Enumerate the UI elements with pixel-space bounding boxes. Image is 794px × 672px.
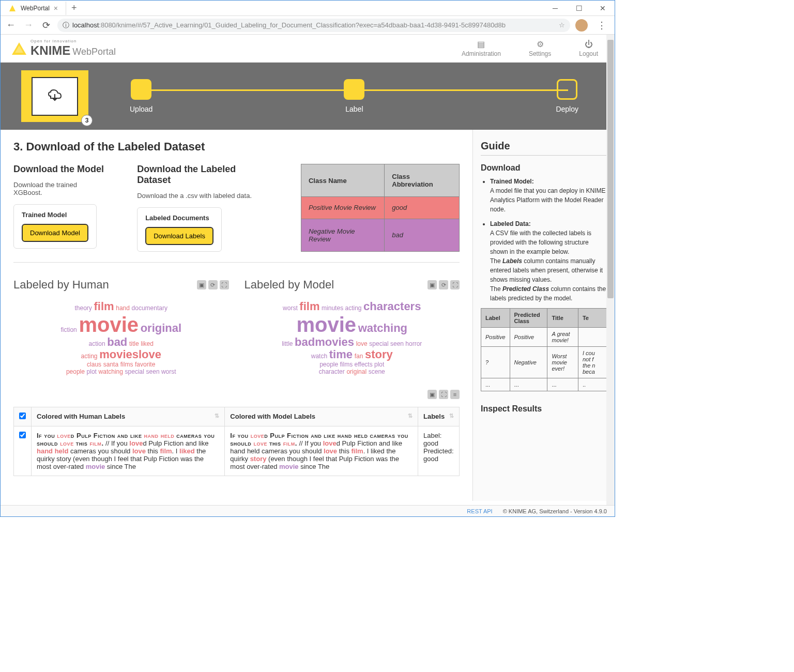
browser-menu-icon[interactable]: ⋮ [593, 20, 610, 31]
model-card-title: Trained Model [22, 211, 88, 219]
download-dataset-desc: Download the a .csv with labeled data. [137, 192, 270, 200]
logout-link[interactable]: ⏻ Logout [573, 40, 604, 57]
col-human-header[interactable]: Colored with Human Labels⇅ [32, 407, 225, 426]
cell-model-text: If you loved Pulp Fiction and like hand … [225, 426, 418, 476]
table-row: PositivePositiveA great movie! [481, 328, 607, 347]
administration-link[interactable]: ▤ Administration [455, 39, 507, 57]
logo-tagline: Open for Innovation [30, 39, 116, 43]
admin-icon: ▤ [477, 39, 485, 49]
download-cloud-icon [44, 86, 65, 106]
guide-example-table: Label Predicted Class Title Te PositiveP… [481, 308, 607, 391]
table-row: ?NegativeWorst movie ever!I cou not f th… [481, 347, 607, 378]
collapse-icon[interactable]: ▣ [197, 280, 206, 289]
scroll-thumb[interactable] [607, 40, 614, 298]
back-button[interactable]: ← [5, 19, 17, 32]
expand-icon[interactable]: ⛶ [439, 390, 448, 399]
table-row: Positive Movie Review good [301, 197, 459, 219]
wordcloud-model[interactable]: worst film minutes acting characters mov… [245, 292, 460, 385]
menu-icon[interactable]: ≡ [450, 390, 460, 399]
svg-marker-0 [9, 5, 16, 11]
guide-download-heading: Download [481, 163, 607, 173]
wordcloud-model-title: Labeled by Model [245, 278, 334, 292]
step-deploy[interactable]: Deploy [556, 79, 578, 113]
download-model-desc: Download the trained XGBoost. [13, 181, 106, 196]
gear-icon: ⚙ [537, 39, 544, 49]
footer: REST API © KNIME AG, Switzerland - Versi… [1, 505, 615, 516]
app-header: Open for Innovation KNIME WebPortal ▤ Ad… [1, 35, 615, 63]
guide-title: Guide [481, 140, 607, 156]
address-bar[interactable]: ⓘ localhost:8080/knime/#/57_Active_Learn… [57, 19, 570, 32]
section-title: 3. Download of the Labeled Dataset [13, 140, 460, 154]
url-path: /knime/#/57_Active_Learning/01_Guided_La… [116, 21, 506, 29]
download-dataset-heading: Download the Labeled Dataset [137, 164, 270, 186]
step-badge: 3 [81, 115, 93, 126]
expand-icon[interactable]: ⛶ [220, 280, 229, 289]
step-upload[interactable]: Upload [130, 79, 152, 113]
collapse-icon[interactable]: ▣ [427, 390, 437, 399]
admin-label: Administration [462, 50, 501, 57]
browser-toolbar: ← → ⟳ ⓘ localhost:8080/knime/#/57_Active… [1, 16, 615, 35]
refresh-icon[interactable]: ⟳ [439, 280, 448, 289]
expand-icon[interactable]: ⛶ [450, 280, 460, 289]
bookmark-star-icon[interactable]: ☆ [559, 21, 565, 29]
download-labels-button[interactable]: Download Labels [145, 227, 213, 245]
divider [13, 262, 460, 263]
guide-list-item: Trained Model: A model file that you can… [490, 177, 607, 214]
tab-close-icon[interactable]: × [54, 4, 58, 12]
cell-labels: Label: goodPredicted: good [418, 426, 460, 476]
step-label: Upload [130, 105, 152, 113]
class-table-header: Class Abbreviation [385, 164, 460, 197]
settings-label: Settings [529, 50, 551, 57]
settings-link[interactable]: ⚙ Settings [523, 39, 557, 57]
browser-titlebar: WebPortal × + ─ ☐ ✕ [1, 1, 615, 16]
url-port: :8080 [99, 21, 116, 29]
knime-logo[interactable]: Open for Innovation KNIME WebPortal [11, 39, 116, 58]
wordcloud-human[interactable]: theory film hand documentary fiction mov… [13, 292, 229, 385]
guide-inspect-heading: Inspect Results [481, 404, 607, 414]
workflow-stepper: 3 Upload Label Deploy [1, 63, 615, 130]
browser-tab[interactable]: WebPortal × [1, 2, 66, 15]
knime-logo-icon [11, 40, 27, 57]
refresh-icon[interactable]: ⟳ [208, 280, 218, 289]
copyright-text: © KNIME AG, Switzerland - Version 4.9.0 [503, 508, 607, 514]
rest-api-link[interactable]: REST API [467, 508, 492, 514]
window-maximize-button[interactable]: ☐ [567, 1, 591, 16]
new-tab-button[interactable]: + [66, 0, 82, 16]
row-checkbox[interactable] [19, 432, 26, 438]
class-table: Class Name Class Abbreviation Positive M… [301, 164, 460, 252]
knime-favicon-icon [8, 4, 17, 12]
table-row: Negative Movie Review bad [301, 219, 459, 251]
main-content: 3. Download of the Labeled Dataset Downl… [1, 130, 472, 501]
collapse-icon[interactable]: ▣ [427, 280, 437, 289]
profile-avatar[interactable] [575, 19, 588, 32]
tab-title: WebPortal [21, 5, 50, 12]
wordcloud-human-title: Labeled by Human [13, 278, 109, 292]
col-model-header[interactable]: Colored with Model Labels⇅ [225, 407, 418, 426]
class-table-header: Class Name [301, 164, 384, 197]
dataset-card-title: Labeled Documents [145, 214, 213, 222]
site-info-icon[interactable]: ⓘ [63, 21, 69, 30]
workflow-thumbnail[interactable]: 3 [21, 70, 88, 122]
window-minimize-button[interactable]: ─ [543, 1, 567, 16]
step-label: Label [345, 105, 363, 113]
reload-button[interactable]: ⟳ [40, 19, 52, 32]
window-close-button[interactable]: ✕ [591, 1, 615, 16]
sort-icon[interactable]: ⇅ [449, 413, 454, 419]
sort-icon[interactable]: ⇅ [215, 413, 219, 419]
guide-panel: Guide Download Trained Model: A model fi… [472, 130, 615, 501]
select-all-checkbox[interactable] [19, 413, 26, 419]
logout-label: Logout [579, 50, 598, 57]
forward-button[interactable]: → [22, 19, 35, 32]
dataset-card: Labeled Documents Download Labels [137, 207, 222, 252]
logo-brand: KNIME [30, 43, 70, 58]
guide-list-item: Labeled Data: A CSV file with the collec… [490, 219, 607, 303]
download-model-button[interactable]: Download Model [22, 224, 88, 242]
logo-portal: WebPortal [72, 47, 116, 57]
col-labels-header[interactable]: Labels⇅ [418, 407, 460, 426]
sort-icon[interactable]: ⇅ [408, 413, 413, 419]
table-row: ........... [481, 378, 607, 391]
step-label[interactable]: Label [344, 79, 364, 113]
cell-human-text: If you loved Pulp Fiction and like hand … [32, 426, 225, 476]
results-table: Colored with Human Labels⇅ Colored with … [13, 407, 460, 476]
scrollbar[interactable] [606, 35, 615, 505]
